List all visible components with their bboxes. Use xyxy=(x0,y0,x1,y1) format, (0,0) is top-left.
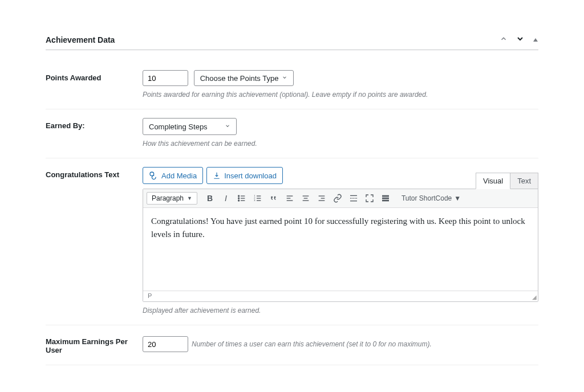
tutor-shortcode-button[interactable]: Tutor ShortCode ▼ xyxy=(398,193,464,204)
toolbar-toggle-icon[interactable] xyxy=(379,191,392,205)
field-points-awarded: Points Awarded Choose the Points Type Po… xyxy=(46,62,538,109)
resize-grip-icon[interactable]: ◢ xyxy=(532,294,537,300)
editor-content[interactable]: Congratulations! You have just earned po… xyxy=(143,208,538,291)
insert-download-label: Insert download xyxy=(224,172,277,180)
tab-visual[interactable]: Visual xyxy=(476,173,510,189)
media-icon xyxy=(149,171,158,180)
tutor-shortcode-label: Tutor ShortCode xyxy=(402,194,452,202)
editor: Paragraph ▼ B I 123 Tutor ShortCode ▼ xyxy=(143,189,538,302)
editor-tabs: Visual Text xyxy=(476,173,538,189)
earned-by-description: How this achievement can be earned. xyxy=(143,140,538,148)
add-media-button[interactable]: Add Media xyxy=(143,167,203,184)
svg-rect-28 xyxy=(382,200,389,202)
congratulations-label: Congratulations Text xyxy=(46,167,143,315)
points-awarded-input[interactable] xyxy=(143,70,188,86)
chevron-down-icon xyxy=(282,75,287,81)
panel-move-down-icon[interactable] xyxy=(516,34,525,45)
read-more-icon[interactable] xyxy=(347,191,360,205)
svg-marker-0 xyxy=(533,38,538,42)
panel-header: Achievement Data xyxy=(46,34,538,50)
points-type-select-label: Choose the Points Type xyxy=(200,74,279,83)
svg-rect-27 xyxy=(382,198,389,199)
panel-controls xyxy=(500,34,538,45)
max-earnings-description: Number of times a user can earn this ach… xyxy=(192,340,432,348)
points-awarded-description: Points awarded for earning this achievem… xyxy=(143,91,538,99)
download-icon xyxy=(213,172,221,179)
add-media-label: Add Media xyxy=(161,172,197,180)
congratulations-description: Displayed after achievement is earned. xyxy=(143,307,538,315)
max-earnings-label: Maximum Earnings Per User xyxy=(46,334,143,354)
field-max-earnings: Maximum Earnings Per User Number of time… xyxy=(46,325,538,365)
align-right-icon[interactable] xyxy=(315,191,328,205)
bold-icon[interactable]: B xyxy=(203,191,217,205)
bulleted-list-icon[interactable] xyxy=(235,191,249,205)
align-left-icon[interactable] xyxy=(283,191,297,205)
link-icon[interactable] xyxy=(331,191,344,205)
format-select-label: Paragraph xyxy=(152,194,184,202)
tab-text[interactable]: Text xyxy=(510,173,538,189)
max-earnings-input[interactable] xyxy=(143,336,188,352)
svg-point-2 xyxy=(238,195,240,197)
numbered-list-icon[interactable]: 123 xyxy=(251,191,265,205)
field-earned-by: Earned By: Completing Steps How this ach… xyxy=(46,109,538,158)
earned-by-select[interactable]: Completing Steps xyxy=(143,118,237,135)
align-center-icon[interactable] xyxy=(299,191,313,205)
chevron-down-icon xyxy=(225,123,230,130)
svg-text:3: 3 xyxy=(254,199,256,202)
panel-toggle-icon[interactable] xyxy=(533,35,538,44)
earned-by-label: Earned By: xyxy=(46,118,143,148)
panel-title: Achievement Data xyxy=(46,35,115,44)
svg-point-6 xyxy=(238,200,240,201)
insert-download-button[interactable]: Insert download xyxy=(206,167,283,184)
points-awarded-label: Points Awarded xyxy=(46,70,143,99)
editor-toolbar: Paragraph ▼ B I 123 Tutor ShortCode ▼ xyxy=(143,189,538,208)
triangle-down-icon: ▼ xyxy=(454,194,461,202)
panel-move-up-icon[interactable] xyxy=(500,35,508,44)
blockquote-icon[interactable] xyxy=(267,191,281,205)
field-congratulations: Congratulations Text Add Media Insert do… xyxy=(46,158,538,325)
editor-path-text: P xyxy=(148,292,152,299)
fullscreen-icon[interactable] xyxy=(363,191,376,205)
svg-point-4 xyxy=(238,198,240,199)
earned-by-selected: Completing Steps xyxy=(149,122,208,131)
italic-icon[interactable]: I xyxy=(219,191,233,205)
format-select[interactable]: Paragraph ▼ xyxy=(147,192,197,205)
triangle-down-icon: ▼ xyxy=(187,195,192,201)
points-type-select[interactable]: Choose the Points Type xyxy=(194,70,294,86)
editor-path: P ◢ xyxy=(143,291,538,301)
svg-rect-26 xyxy=(382,195,389,197)
